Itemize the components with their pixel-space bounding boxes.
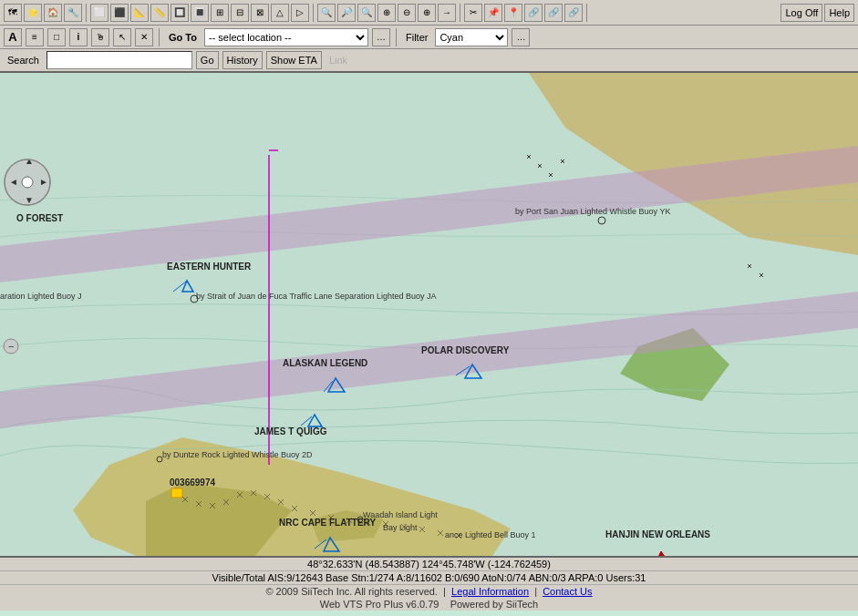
version-row: Web VTS Pro Plus v6.0.79 Powered by SiiT… bbox=[0, 598, 858, 611]
help-button[interactable]: Help bbox=[824, 4, 854, 22]
svg-text:►: ► bbox=[39, 177, 48, 187]
icon-r2-3[interactable]: 🖱 bbox=[91, 28, 109, 46]
icon-tool6[interactable]: ⬛ bbox=[110, 4, 129, 22]
icon-zoom5[interactable]: ⊖ bbox=[398, 4, 416, 22]
icon-tools4[interactable]: 🔗 bbox=[524, 4, 543, 22]
location-select[interactable]: -- select location -- bbox=[204, 28, 368, 46]
icon-tool4[interactable]: 🔧 bbox=[64, 4, 82, 22]
svg-text:ance Lighted Bell Buoy 1: ance Lighted Bell Buoy 1 bbox=[445, 530, 536, 539]
svg-point-61 bbox=[22, 177, 33, 188]
link-button: Link bbox=[326, 54, 351, 67]
svg-text:aration Lighted Buoy J: aration Lighted Buoy J bbox=[0, 292, 82, 301]
history-button[interactable]: History bbox=[222, 51, 263, 69]
filter-more-btn[interactable]: … bbox=[512, 28, 530, 46]
svg-text:▼: ▼ bbox=[25, 195, 34, 205]
svg-text:O FOREST: O FOREST bbox=[16, 213, 63, 223]
icon-tool13[interactable]: ⊠ bbox=[251, 4, 269, 22]
icon-zoom4[interactable]: ⊕ bbox=[377, 4, 396, 22]
sep2 bbox=[313, 4, 314, 22]
icon-tool15[interactable]: ▷ bbox=[291, 4, 309, 22]
icon-r2-1[interactable]: ≡ bbox=[26, 28, 44, 46]
contact-link[interactable]: Contact Us bbox=[543, 586, 592, 597]
copyright: © 2009 SiiTech Inc. All rights reserved. bbox=[265, 586, 437, 597]
svg-text:−: − bbox=[8, 341, 14, 352]
icon-tools3[interactable]: 📍 bbox=[504, 4, 522, 22]
map-container[interactable]: 003669974 by Port San Juan Lighted Whist… bbox=[0, 73, 858, 556]
sep1 bbox=[86, 4, 87, 22]
icon-r2-close[interactable]: ✕ bbox=[135, 28, 153, 46]
statusbar: 48°32.633'N (48.543887) 124°45.748'W (-1… bbox=[0, 556, 858, 611]
goto-label: Go To bbox=[165, 32, 201, 43]
icon-zoom6[interactable]: ⊕ bbox=[418, 4, 436, 22]
sep6 bbox=[396, 28, 397, 46]
icon-tools2[interactable]: 📌 bbox=[484, 4, 502, 22]
icon-tool8[interactable]: 📏 bbox=[150, 4, 169, 22]
svg-text:POLAR DISCOVERY: POLAR DISCOVERY bbox=[421, 345, 510, 355]
sep4 bbox=[586, 4, 587, 22]
sep3 bbox=[460, 4, 460, 22]
filter-label: Filter bbox=[402, 32, 431, 43]
svg-text:◄: ◄ bbox=[9, 177, 18, 187]
icon-tool10[interactable]: 🔳 bbox=[191, 4, 209, 22]
svg-text:EASTERN HUNTER: EASTERN HUNTER bbox=[167, 262, 252, 272]
icon-r2-4[interactable]: ↖ bbox=[113, 28, 131, 46]
icon-tools6[interactable]: 🔗 bbox=[564, 4, 583, 22]
toolbar-row3: Search Go History Show ETA Link bbox=[0, 49, 858, 73]
legal-link[interactable]: Legal Information bbox=[451, 586, 529, 597]
icon-zoom7[interactable]: → bbox=[438, 4, 456, 22]
map-svg: 003669974 by Port San Juan Lighted Whist… bbox=[0, 73, 858, 556]
svg-text:Bay Light: Bay Light bbox=[383, 523, 418, 532]
go-button[interactable]: Go bbox=[196, 51, 219, 69]
powered-text: Powered by SiiTech bbox=[450, 599, 539, 610]
coordinates: 48°32.633'N (48.543887) 124°45.748'W (-1… bbox=[307, 559, 551, 570]
icon-tool9[interactable]: 🔲 bbox=[171, 4, 189, 22]
svg-text:by Duntze Rock Lighted Whistle: by Duntze Rock Lighted Whistle Buoy 2D bbox=[162, 450, 313, 459]
icon-tools1[interactable]: ✂ bbox=[464, 4, 482, 22]
svg-text:HANJIN NEW ORLEANS: HANJIN NEW ORLEANS bbox=[605, 529, 710, 539]
icon-info[interactable]: i bbox=[69, 28, 88, 46]
footer-row: © 2009 SiiTech Inc. All rights reserved.… bbox=[0, 585, 858, 598]
svg-text:by Strait of Juan de Fuca Traf: by Strait of Juan de Fuca Traffic Lane S… bbox=[196, 292, 437, 301]
show-eta-button[interactable]: Show ETA bbox=[266, 51, 322, 69]
icon-tool7[interactable]: 📐 bbox=[130, 4, 149, 22]
filter-select[interactable]: Cyan RedGreenBlue bbox=[435, 28, 508, 46]
toolbar-row1: 🗺 ⭐ 🏠 🔧 ⬜ ⬛ 📐 📏 🔲 🔳 ⊞ ⊟ ⊠ △ ▷ 🔍 🔎 🔍 ⊕ ⊖ … bbox=[0, 0, 858, 26]
svg-text:003669974: 003669974 bbox=[170, 477, 215, 488]
search-input[interactable] bbox=[47, 51, 192, 69]
icon-zoom2[interactable]: 🔎 bbox=[337, 4, 356, 22]
logoff-button[interactable]: Log Off bbox=[780, 4, 822, 22]
text-a-icon[interactable]: A bbox=[4, 28, 22, 46]
svg-text:by Port San Juan Lighted Whist: by Port San Juan Lighted Whistle Buoy YK bbox=[515, 207, 670, 216]
svg-text:ALASKAN LEGEND: ALASKAN LEGEND bbox=[283, 358, 367, 368]
svg-text:▲: ▲ bbox=[25, 156, 34, 166]
icon-tool2[interactable]: ⭐ bbox=[24, 4, 42, 22]
icon-tool1[interactable]: 🗺 bbox=[4, 4, 22, 22]
ais-row: Visible/Total AIS:9/12643 Base Stn:1/274… bbox=[0, 571, 858, 585]
sep5 bbox=[159, 28, 160, 46]
coords-row: 48°32.633'N (48.543887) 124°45.748'W (-1… bbox=[0, 558, 858, 571]
ais-info: Visible/Total AIS:9/12643 Base Stn:1/274… bbox=[212, 572, 646, 583]
icon-tool3[interactable]: 🏠 bbox=[44, 4, 62, 22]
svg-text:NRC CAPE FLATTERY: NRC CAPE FLATTERY bbox=[279, 518, 376, 528]
icon-r2-2[interactable]: □ bbox=[47, 28, 66, 46]
svg-text:JAMES T  QUIGG: JAMES T QUIGG bbox=[254, 426, 327, 436]
icon-tool12[interactable]: ⊟ bbox=[231, 4, 249, 22]
icon-zoom1[interactable]: 🔍 bbox=[317, 4, 336, 22]
icon-zoom3[interactable]: 🔍 bbox=[357, 4, 376, 22]
icon-tool5[interactable]: ⬜ bbox=[90, 4, 109, 22]
icon-tool14[interactable]: △ bbox=[271, 4, 289, 22]
icon-tools5[interactable]: 🔗 bbox=[544, 4, 563, 22]
search-label: Search bbox=[4, 55, 43, 66]
icon-tool11[interactable]: ⊞ bbox=[211, 4, 229, 22]
toolbar-row2: A ≡ □ i 🖱 ↖ ✕ Go To -- select location -… bbox=[0, 26, 858, 49]
location-more-btn[interactable]: … bbox=[372, 28, 390, 46]
svg-rect-35 bbox=[171, 488, 182, 498]
version-text: Web VTS Pro Plus v6.0.79 bbox=[320, 599, 439, 610]
